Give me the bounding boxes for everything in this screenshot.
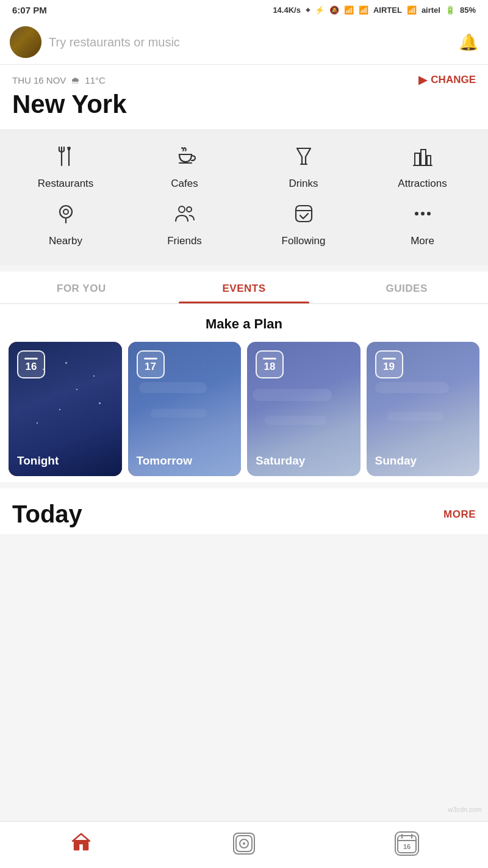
badge-tonight: 16 bbox=[17, 350, 45, 378]
navigation-icon: ▶ bbox=[418, 73, 427, 87]
signal-icon-2: 📶 bbox=[407, 5, 417, 15]
carrier2: airtel bbox=[422, 5, 440, 15]
today-title: Today bbox=[12, 501, 82, 528]
date-text: THU 16 NOV bbox=[12, 75, 66, 85]
location-header: THU 16 NOV 🌧 11°C ▶ CHANGE New York bbox=[0, 65, 488, 130]
category-drinks[interactable]: Drinks bbox=[258, 145, 350, 190]
cafes-icon bbox=[173, 145, 196, 172]
tab-for-you[interactable]: FOR YOU bbox=[0, 272, 163, 303]
tab-events[interactable]: EVENTS bbox=[163, 272, 326, 303]
category-grid: Restaurants Cafes Drinks bbox=[0, 130, 488, 266]
home-icon bbox=[70, 830, 92, 857]
restaurants-label: Restaurants bbox=[38, 178, 94, 190]
search-input[interactable]: Try restaurants or music bbox=[49, 35, 451, 49]
attractions-icon bbox=[411, 145, 434, 172]
friends-icon bbox=[173, 202, 196, 229]
temperature: 11°C bbox=[85, 75, 106, 85]
following-icon bbox=[292, 202, 315, 229]
status-center: 14.4K/s ⌖ ⚡ 🔕 📶 📶 AIRTEL 📶 airtel 🔋 85% bbox=[273, 5, 476, 15]
svg-point-15 bbox=[179, 206, 185, 212]
label-tomorrow: Tomorrow bbox=[137, 454, 192, 468]
svg-point-21 bbox=[427, 212, 431, 215]
label-tonight: Tonight bbox=[17, 454, 59, 468]
restaurants-icon bbox=[54, 145, 77, 172]
attractions-label: Attractions bbox=[398, 178, 447, 190]
today-more-button[interactable]: MORE bbox=[443, 508, 476, 521]
plan-section: Make a Plan 16 Tonight bbox=[0, 304, 488, 482]
change-location-button[interactable]: ▶ CHANGE bbox=[418, 73, 476, 87]
svg-point-19 bbox=[415, 212, 418, 215]
location-meta: THU 16 NOV 🌧 11°C ▶ CHANGE bbox=[12, 73, 476, 87]
svg-point-24 bbox=[243, 842, 245, 845]
svg-rect-9 bbox=[421, 150, 426, 165]
category-restaurants[interactable]: Restaurants bbox=[20, 145, 112, 190]
svg-text:16: 16 bbox=[403, 843, 411, 850]
drinks-icon bbox=[292, 145, 315, 172]
nav-discover[interactable] bbox=[163, 833, 326, 855]
svg-point-20 bbox=[421, 212, 425, 215]
label-saturday: Saturday bbox=[256, 454, 305, 468]
plan-title: Make a Plan bbox=[0, 316, 488, 332]
friends-label: Friends bbox=[167, 235, 202, 247]
battery-percent: 85% bbox=[460, 5, 476, 15]
change-label: CHANGE bbox=[431, 74, 476, 86]
discover-icon bbox=[233, 833, 255, 855]
cafes-label: Cafes bbox=[171, 178, 198, 190]
date-card-saturday[interactable]: 18 Saturday bbox=[247, 342, 361, 476]
category-more[interactable]: More bbox=[377, 202, 468, 247]
svg-point-12 bbox=[60, 206, 72, 218]
city-name: New York bbox=[12, 90, 476, 118]
svg-rect-8 bbox=[415, 153, 420, 165]
category-nearby[interactable]: Nearby bbox=[20, 202, 112, 247]
badge-sunday: 19 bbox=[375, 350, 403, 378]
svg-rect-10 bbox=[427, 156, 431, 165]
today-section: Today MORE bbox=[0, 488, 488, 534]
category-cafes[interactable]: Cafes bbox=[139, 145, 231, 190]
gps-icon: ⌖ bbox=[306, 5, 310, 15]
more-label: More bbox=[411, 235, 434, 247]
category-friends[interactable]: Friends bbox=[139, 202, 231, 247]
label-sunday: Sunday bbox=[375, 454, 417, 468]
status-time: 6:07 PM bbox=[12, 5, 47, 15]
avatar[interactable] bbox=[10, 26, 41, 58]
nav-calendar[interactable]: 16 bbox=[325, 831, 488, 856]
following-label: Following bbox=[282, 235, 326, 247]
badge-tomorrow: 17 bbox=[137, 350, 165, 378]
mute-icon: 🔕 bbox=[329, 5, 339, 15]
signal-icon: 📶 bbox=[359, 5, 368, 15]
network-speed: 14.4K/s bbox=[273, 5, 301, 15]
badge-saturday: 18 bbox=[256, 350, 284, 378]
svg-rect-17 bbox=[296, 206, 312, 222]
date-card-tonight[interactable]: 16 Tonight bbox=[9, 342, 122, 476]
tab-guides[interactable]: GUIDES bbox=[325, 272, 488, 303]
avatar-image bbox=[10, 26, 41, 58]
carrier1: AIRTEL bbox=[373, 5, 402, 15]
calendar-icon: 16 bbox=[395, 831, 419, 856]
category-attractions[interactable]: Attractions bbox=[377, 145, 468, 190]
status-bar: 6:07 PM 14.4K/s ⌖ ⚡ 🔕 📶 📶 AIRTEL 📶 airte… bbox=[0, 0, 488, 20]
nearby-icon bbox=[54, 202, 77, 229]
search-bar: Try restaurants or music 🔔 bbox=[0, 20, 488, 65]
category-row-2: Nearby Friends Following bbox=[6, 202, 482, 247]
weather-icon: 🌧 bbox=[71, 75, 80, 85]
tabs-row: FOR YOU EVENTS GUIDES bbox=[0, 272, 488, 303]
date-cards-row: 16 Tonight 17 Tomorrow 18 bbox=[0, 342, 488, 476]
category-row-1: Restaurants Cafes Drinks bbox=[6, 145, 482, 190]
watermark: w3cdn.com bbox=[448, 806, 482, 813]
date-card-sunday[interactable]: 19 Sunday bbox=[367, 342, 480, 476]
wifi-icon: 📶 bbox=[344, 5, 354, 15]
notification-bell-icon[interactable]: 🔔 bbox=[459, 33, 478, 52]
battery-icon: 🔋 bbox=[445, 5, 455, 15]
svg-point-13 bbox=[63, 209, 68, 214]
date-card-tomorrow[interactable]: 17 Tomorrow bbox=[128, 342, 242, 476]
tabs-section: FOR YOU EVENTS GUIDES bbox=[0, 272, 488, 304]
location-date: THU 16 NOV 🌧 11°C bbox=[12, 75, 106, 85]
svg-point-16 bbox=[187, 207, 192, 212]
drinks-label: Drinks bbox=[289, 178, 318, 190]
more-icon bbox=[411, 202, 434, 229]
nearby-label: Nearby bbox=[49, 235, 82, 247]
bottom-nav: 16 bbox=[0, 821, 488, 868]
bluetooth-icon: ⚡ bbox=[315, 5, 325, 15]
category-following[interactable]: Following bbox=[258, 202, 350, 247]
nav-home[interactable] bbox=[0, 830, 163, 857]
